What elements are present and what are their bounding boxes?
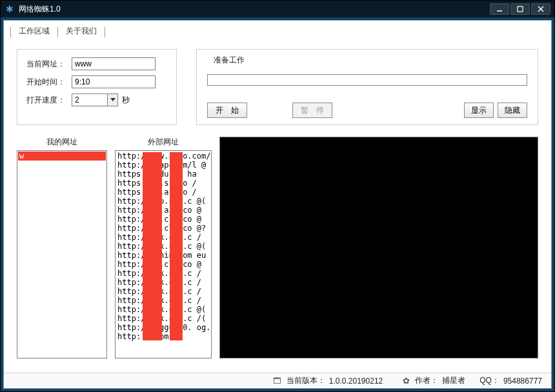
start-time-label: 开始时间：	[26, 77, 68, 88]
tab-separator	[10, 27, 11, 37]
version-value: 1.0.0.20190212	[329, 377, 383, 386]
author-icon: ✿	[401, 376, 411, 386]
client-area: 工作区域 关于我们 当前网址： 开始时间： 打开速度：	[3, 20, 552, 389]
my-urls-column: 我的网址 w	[17, 137, 107, 358]
list-item[interactable]: http:/ eo.cl .co @	[116, 260, 210, 269]
speed-label: 打开速度：	[26, 95, 68, 106]
list-item[interactable]: http:/ ank.c z.c /	[116, 296, 210, 305]
redaction-strip	[170, 152, 183, 340]
tab-separator	[57, 27, 58, 37]
author-value: 捕星者	[442, 375, 465, 386]
version-icon: 🗔	[272, 376, 283, 386]
version-label: 当前版本：	[287, 375, 325, 386]
status-bar: 🗔 当前版本：1.0.0.20190212 ✿ 作者：捕星者 QQ：954886…	[4, 373, 551, 388]
list-item[interactable]: http:/ ank.c z.c /	[116, 278, 210, 287]
list-item[interactable]: http:/ ank.c z.c @(	[116, 242, 210, 251]
settings-group: 当前网址： 开始时间： 打开速度： 2	[17, 49, 177, 125]
url-input[interactable]	[72, 57, 156, 70]
list-item[interactable]: http: .webm @	[116, 332, 210, 341]
my-urls-list[interactable]: w	[17, 150, 107, 358]
external-urls-list[interactable]: http://www.ia o.com/khttp:/ .iapc pm/l @…	[115, 150, 212, 358]
author-label: 作者：	[415, 375, 438, 386]
external-urls-column: 外部网址 http://www.ia o.com/khttp:/ .iapc p…	[115, 137, 212, 358]
tab-about[interactable]: 关于我们	[59, 23, 103, 39]
my-urls-title: 我的网址	[46, 137, 77, 148]
speed-value: 2	[72, 95, 107, 104]
author-segment: ✿ 作者：捕星者 QQ：954886777	[401, 375, 542, 386]
list-item[interactable]: w	[18, 152, 106, 161]
top-row: 当前网址： 开始时间： 打开速度： 2	[17, 49, 538, 125]
minimize-button[interactable]	[490, 3, 509, 15]
preview-panel[interactable]	[219, 137, 538, 358]
list-item[interactable]: https www.a .co /	[116, 188, 210, 197]
list-item[interactable]: http:/ eo.cl .co @?	[116, 224, 210, 233]
version-segment: 🗔 当前版本：1.0.0.20190212	[272, 375, 383, 386]
prepare-group: 准备工作 开 始 暂 停 显示 隐藏	[196, 49, 538, 125]
pause-button[interactable]: 暂 停	[292, 103, 332, 118]
list-item[interactable]: http:/ ank.c z.c /(	[116, 314, 210, 323]
qq-value: 954886777	[503, 377, 542, 386]
qq-label: QQ：	[479, 375, 500, 386]
svg-rect-1	[518, 6, 523, 12]
list-item[interactable]: https baidu ai ha	[116, 170, 210, 179]
show-button[interactable]: 显示	[464, 103, 494, 118]
button-row: 开 始 暂 停 显示 隐藏	[207, 103, 527, 118]
mid-row: 我的网址 w 外部网址 http://www.ia o.com/khttp:/ …	[17, 137, 538, 358]
close-button[interactable]	[531, 3, 550, 15]
progress-bar	[207, 74, 527, 86]
list-item[interactable]: http:/ .chin com eu	[116, 251, 210, 260]
list-item[interactable]: http:/ ank.c z.c /	[116, 287, 210, 296]
svg-marker-4	[110, 98, 116, 101]
tab-separator	[105, 27, 105, 37]
list-item[interactable]: http:/ .iapc pm/l @	[116, 161, 210, 170]
external-urls-title: 外部网址	[148, 137, 179, 148]
list-item[interactable]: http:/ eo.cl .co @	[116, 215, 210, 224]
app-icon: ✱	[5, 4, 15, 14]
list-item[interactable]: http:/ ank.c z.c @(	[116, 305, 210, 314]
tab-bar: 工作区域 关于我们	[4, 21, 551, 40]
content-panel: 当前网址： 开始时间： 打开速度： 2	[4, 40, 551, 373]
tab-work[interactable]: 工作区域	[12, 23, 56, 39]
start-button[interactable]: 开 始	[207, 103, 247, 118]
prepare-label: 准备工作	[214, 55, 245, 66]
maximize-button[interactable]	[510, 3, 530, 15]
list-item[interactable]: https www.s .co /	[116, 179, 210, 188]
start-time-input[interactable]	[72, 75, 156, 88]
chevron-down-icon[interactable]	[107, 94, 117, 106]
list-item[interactable]: http:/ pr.ai .co @	[116, 206, 210, 215]
titlebar[interactable]: ✱ 网络蜘蛛1.0	[1, 1, 554, 17]
speed-combo[interactable]: 2	[72, 93, 118, 106]
list-item[interactable]: http:/ ank.c z.c /	[116, 233, 210, 242]
speed-unit: 秒	[122, 95, 130, 106]
window-buttons	[490, 3, 550, 15]
list-item[interactable]: http://www.ia o.com/k	[116, 152, 210, 161]
app-window: ✱ 网络蜘蛛1.0 工作区域 关于我们 当前	[0, 0, 555, 392]
list-item[interactable]: http:/ icp.c h.c @(	[116, 197, 210, 206]
url-label: 当前网址：	[26, 59, 68, 70]
redaction-strip	[143, 152, 162, 340]
hide-button[interactable]: 隐藏	[498, 103, 527, 118]
window-title: 网络蜘蛛1.0	[19, 4, 490, 15]
list-item[interactable]: http:/ ank.c z.c /	[116, 269, 210, 278]
list-item[interactable]: http:/ inggu 10. og.	[116, 323, 210, 332]
